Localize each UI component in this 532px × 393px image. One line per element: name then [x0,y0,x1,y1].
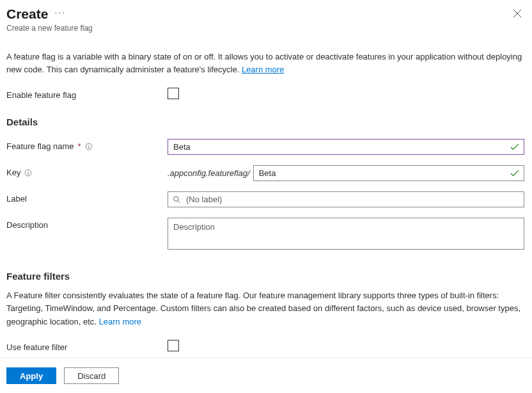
name-input[interactable] [168,139,524,155]
svg-rect-2 [88,146,89,148]
filters-text: A Feature filter consistently evaluates … [6,291,520,326]
required-asterisk: * [78,141,81,151]
description-label: Description [6,220,48,230]
description-textarea[interactable] [168,218,524,250]
intro-learn-more-link[interactable]: Learn more [242,65,284,74]
use-filter-label: Use feature filter [6,342,67,352]
svg-point-1 [88,145,89,145]
close-icon [513,9,522,18]
key-label: Key [6,168,20,177]
key-prefix: .appconfig.featureflag/ [168,168,250,178]
info-icon[interactable] [24,169,32,177]
svg-rect-5 [28,172,29,175]
apply-button[interactable]: Apply [6,367,56,384]
info-icon[interactable] [85,143,93,150]
close-button[interactable] [510,6,524,22]
details-heading: Details [6,116,524,127]
filters-paragraph: A Feature filter consistently evaluates … [6,289,524,328]
use-filter-checkbox[interactable] [168,340,179,351]
more-menu-icon[interactable]: ··· [54,8,66,17]
name-label: Feature flag name [6,141,74,151]
label-input[interactable] [168,191,524,207]
key-input[interactable] [253,165,524,181]
footer: Apply Discard [0,358,532,393]
filters-learn-more-link[interactable]: Learn more [99,317,141,326]
page-title: Create [6,6,48,22]
enable-label: Enable feature flag [6,90,76,100]
filters-heading: Feature filters [6,271,524,282]
svg-point-4 [28,171,29,172]
enable-checkbox[interactable] [168,88,179,99]
page-subtitle: Create a new feature flag [6,24,524,33]
discard-button[interactable]: Discard [64,367,119,384]
intro-paragraph: A feature flag is a variable with a bina… [6,51,524,76]
label-field-label: Label [6,194,27,204]
